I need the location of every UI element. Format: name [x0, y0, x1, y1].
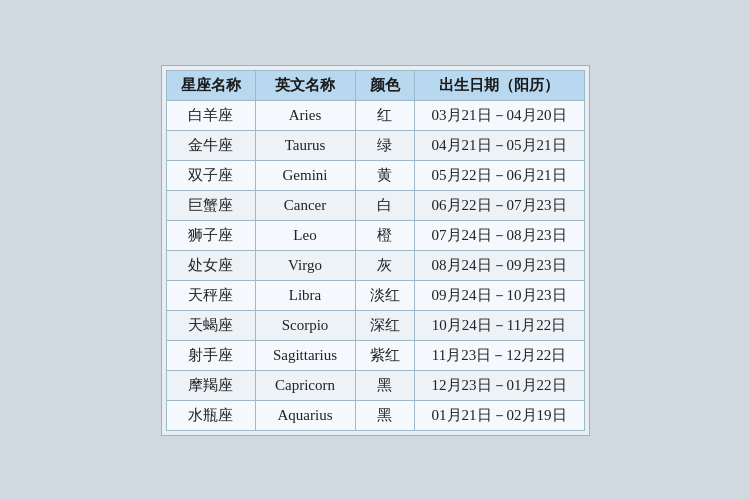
cell-color: 黑 — [355, 400, 414, 430]
table-header-row: 星座名称 英文名称 颜色 出生日期（阳历） — [166, 70, 584, 100]
cell-chinese: 金牛座 — [166, 130, 255, 160]
cell-english: Leo — [255, 220, 355, 250]
header-date: 出生日期（阳历） — [414, 70, 584, 100]
table-row: 射手座Sagittarius紫红11月23日－12月22日 — [166, 340, 584, 370]
cell-date: 06月22日－07月23日 — [414, 190, 584, 220]
cell-english: Aries — [255, 100, 355, 130]
header-english: 英文名称 — [255, 70, 355, 100]
cell-chinese: 摩羯座 — [166, 370, 255, 400]
table-row: 天秤座Libra淡红09月24日－10月23日 — [166, 280, 584, 310]
cell-chinese: 白羊座 — [166, 100, 255, 130]
cell-english: Gemini — [255, 160, 355, 190]
table-row: 双子座Gemini黄05月22日－06月21日 — [166, 160, 584, 190]
table-row: 白羊座Aries红03月21日－04月20日 — [166, 100, 584, 130]
cell-color: 深红 — [355, 310, 414, 340]
header-chinese: 星座名称 — [166, 70, 255, 100]
cell-english: Scorpio — [255, 310, 355, 340]
cell-chinese: 天秤座 — [166, 280, 255, 310]
cell-color: 淡红 — [355, 280, 414, 310]
cell-date: 01月21日－02月19日 — [414, 400, 584, 430]
cell-english: Libra — [255, 280, 355, 310]
cell-chinese: 狮子座 — [166, 220, 255, 250]
header-color: 颜色 — [355, 70, 414, 100]
cell-english: Virgo — [255, 250, 355, 280]
cell-color: 绿 — [355, 130, 414, 160]
cell-date: 10月24日－11月22日 — [414, 310, 584, 340]
cell-color: 黄 — [355, 160, 414, 190]
cell-date: 09月24日－10月23日 — [414, 280, 584, 310]
cell-color: 紫红 — [355, 340, 414, 370]
cell-chinese: 水瓶座 — [166, 400, 255, 430]
cell-color: 白 — [355, 190, 414, 220]
cell-date: 04月21日－05月21日 — [414, 130, 584, 160]
cell-english: Sagittarius — [255, 340, 355, 370]
cell-color: 灰 — [355, 250, 414, 280]
cell-chinese: 天蝎座 — [166, 310, 255, 340]
cell-color: 橙 — [355, 220, 414, 250]
table-row: 水瓶座Aquarius黑01月21日－02月19日 — [166, 400, 584, 430]
cell-english: Aquarius — [255, 400, 355, 430]
cell-color: 红 — [355, 100, 414, 130]
cell-date: 03月21日－04月20日 — [414, 100, 584, 130]
cell-chinese: 双子座 — [166, 160, 255, 190]
zodiac-table: 星座名称 英文名称 颜色 出生日期（阳历） 白羊座Aries红03月21日－04… — [166, 70, 585, 431]
cell-chinese: 处女座 — [166, 250, 255, 280]
table-row: 摩羯座Capricorn黑12月23日－01月22日 — [166, 370, 584, 400]
table-row: 巨蟹座Cancer白06月22日－07月23日 — [166, 190, 584, 220]
cell-date: 12月23日－01月22日 — [414, 370, 584, 400]
cell-date: 05月22日－06月21日 — [414, 160, 584, 190]
zodiac-table-wrapper: 星座名称 英文名称 颜色 出生日期（阳历） 白羊座Aries红03月21日－04… — [161, 65, 590, 436]
cell-date: 08月24日－09月23日 — [414, 250, 584, 280]
cell-date: 07月24日－08月23日 — [414, 220, 584, 250]
table-row: 处女座Virgo灰08月24日－09月23日 — [166, 250, 584, 280]
cell-chinese: 巨蟹座 — [166, 190, 255, 220]
cell-chinese: 射手座 — [166, 340, 255, 370]
cell-english: Taurus — [255, 130, 355, 160]
cell-english: Cancer — [255, 190, 355, 220]
table-row: 天蝎座Scorpio深红10月24日－11月22日 — [166, 310, 584, 340]
cell-date: 11月23日－12月22日 — [414, 340, 584, 370]
table-row: 狮子座Leo橙07月24日－08月23日 — [166, 220, 584, 250]
cell-color: 黑 — [355, 370, 414, 400]
table-row: 金牛座Taurus绿04月21日－05月21日 — [166, 130, 584, 160]
cell-english: Capricorn — [255, 370, 355, 400]
